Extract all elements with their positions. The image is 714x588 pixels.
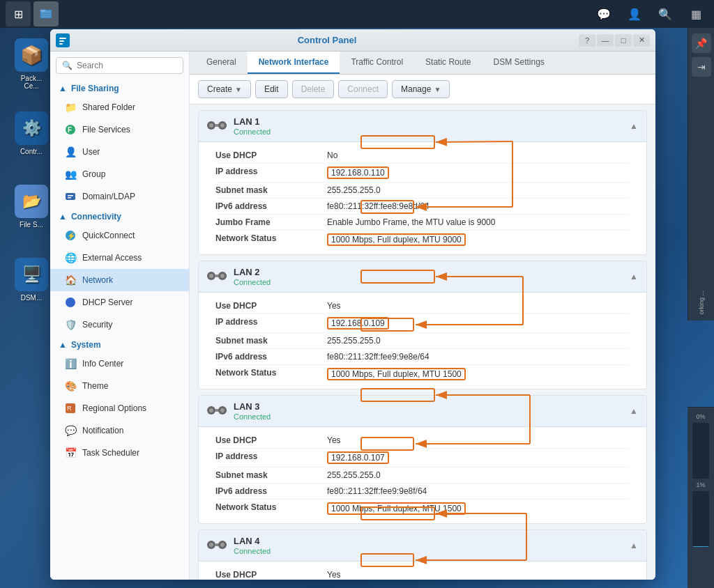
lan-field-value: 1000 Mbps, Full duplex, MTU 1500 bbox=[327, 502, 466, 515]
lan-header-lan3[interactable]: LAN 3 Connected ▲ bbox=[199, 396, 646, 427]
lan-header-lan1[interactable]: LAN 1 Connected ▲ bbox=[199, 111, 646, 142]
lan-status: Connected bbox=[234, 547, 271, 555]
pin-button[interactable]: 📌 bbox=[692, 33, 711, 53]
lan-section-lan4: LAN 4 Connected ▲ Use DHCP Yes IP addres… bbox=[198, 529, 647, 580]
lan-field-label: IP address bbox=[215, 451, 327, 464]
expand-button[interactable]: ⇥ bbox=[692, 57, 711, 77]
lan-chevron-icon[interactable]: ▲ bbox=[630, 121, 638, 131]
minimize-button[interactable]: — bbox=[597, 34, 614, 47]
network-icon: 🏠 bbox=[64, 274, 77, 286]
sidebar-item-network[interactable]: 🏠 Network bbox=[50, 269, 189, 291]
svg-rect-1 bbox=[40, 10, 45, 12]
svg-rect-2 bbox=[41, 13, 51, 14]
sidebar-item-theme[interactable]: 🎨 Theme bbox=[50, 375, 189, 397]
svg-rect-5 bbox=[59, 38, 66, 39]
lan-chevron-icon[interactable]: ▲ bbox=[630, 541, 638, 550]
lan-field-value: 1000 Mbps, Full duplex, MTU 1500 bbox=[327, 368, 466, 380]
tab-network-interface[interactable]: Network Interface bbox=[248, 52, 340, 74]
tab-static-route[interactable]: Static Route bbox=[414, 52, 482, 74]
sidebar-item-shared-folder[interactable]: 📁 Shared Folder bbox=[50, 96, 189, 118]
tab-traffic-control[interactable]: Traffic Control bbox=[340, 52, 414, 74]
sidebar-label: Shared Folder bbox=[82, 102, 135, 112]
sidebar-item-user[interactable]: 👤 User bbox=[50, 141, 189, 163]
lan-row: Network Status 1000 Mbps, Full duplex, M… bbox=[215, 365, 630, 383]
desktop-icon-package[interactable]: 📦 Pack...Ce... bbox=[7, 38, 56, 90]
create-arrow: ▼ bbox=[235, 86, 242, 93]
search-button[interactable]: 🔍 bbox=[653, 1, 678, 26]
sidebar-item-notification[interactable]: 💬 Notification bbox=[50, 419, 189, 442]
info-icon: ℹ️ bbox=[64, 357, 77, 370]
close-button[interactable]: ✕ bbox=[633, 34, 650, 47]
desktop-icon-control[interactable]: ⚙️ Contr... bbox=[7, 111, 56, 155]
lan-chevron-icon[interactable]: ▲ bbox=[630, 406, 638, 416]
user-button[interactable]: 👤 bbox=[622, 1, 647, 26]
help-button[interactable]: ? bbox=[579, 34, 595, 47]
svg-text:R: R bbox=[67, 405, 72, 412]
maximize-button[interactable]: □ bbox=[615, 34, 632, 47]
lan-sections-scroll[interactable]: LAN 1 Connected ▲ Use DHCP No IP address… bbox=[190, 105, 655, 580]
lan-name: LAN 1 bbox=[234, 116, 271, 127]
lan-field-value: 1000 Mbps, Full duplex, MTU 9000 bbox=[327, 233, 466, 246]
sidebar-item-info-center[interactable]: ℹ️ Info Center bbox=[50, 353, 189, 375]
connect-button[interactable]: Connect bbox=[338, 80, 388, 98]
title-bar: Control Panel ? — □ ✕ bbox=[50, 29, 655, 52]
sidebar-section-file-sharing[interactable]: ▲ File Sharing bbox=[50, 79, 189, 96]
sidebar-item-dhcp[interactable]: DHCP Server bbox=[50, 291, 189, 314]
edit-button[interactable]: Edit bbox=[255, 80, 288, 98]
sidebar-section-connectivity[interactable]: ▲ Connectivity bbox=[50, 208, 189, 224]
tab-dsm-settings[interactable]: DSM Settings bbox=[482, 52, 555, 74]
lan-chevron-icon[interactable]: ▲ bbox=[630, 272, 638, 281]
delete-button[interactable]: Delete bbox=[292, 80, 335, 98]
sidebar-item-security[interactable]: 🛡️ Security bbox=[50, 314, 189, 336]
lan-header-lan4[interactable]: LAN 4 Connected ▲ bbox=[199, 530, 646, 562]
sidebar-section-system[interactable]: ▲ System bbox=[50, 336, 189, 353]
desktop-icon-dsm[interactable]: 🖥️ DSM... bbox=[7, 258, 56, 302]
sidebar-item-file-services[interactable]: F File Services bbox=[50, 118, 189, 141]
sidebar: 🔍 ▲ File Sharing 📁 Shared Folder F File … bbox=[50, 52, 190, 580]
sidebar-label: Regional Options bbox=[82, 403, 146, 413]
sidebar-item-quickconnect[interactable]: ⚡ QuickConnect bbox=[50, 224, 189, 247]
lan-name: LAN 3 bbox=[234, 401, 271, 412]
tab-general[interactable]: General bbox=[195, 52, 248, 74]
chat-button[interactable]: 💬 bbox=[591, 1, 616, 26]
lan-field-value: 255.255.255.0 bbox=[327, 336, 381, 346]
sidebar-label: Info Center bbox=[82, 359, 123, 369]
dashboard-button[interactable]: ▦ bbox=[683, 1, 708, 26]
lan-field-label: Use DHCP bbox=[215, 301, 327, 311]
taskbar-app-grid[interactable]: ⊞ bbox=[6, 1, 31, 26]
svg-text:F: F bbox=[68, 126, 72, 134]
sidebar-label: Security bbox=[82, 320, 112, 330]
lan-row: Use DHCP No bbox=[215, 148, 630, 164]
domain-icon bbox=[64, 190, 77, 203]
lan-row: Use DHCP Yes bbox=[215, 567, 630, 580]
lan-field-value: No bbox=[327, 150, 337, 160]
sidebar-item-regional[interactable]: R Regional Options bbox=[50, 397, 189, 419]
manage-button[interactable]: Manage ▼ bbox=[392, 80, 450, 98]
svg-rect-12 bbox=[68, 197, 71, 199]
search-input[interactable] bbox=[77, 61, 181, 70]
theme-icon: 🎨 bbox=[64, 380, 77, 392]
lan-section-lan2: LAN 2 Connected ▲ Use DHCP Yes IP addres… bbox=[198, 261, 647, 389]
toolbar: Create ▼ Edit Delete Connect Manage ▼ bbox=[190, 75, 655, 105]
sidebar-item-domain[interactable]: Domain/LDAP bbox=[50, 185, 189, 208]
chevron-icon: ▲ bbox=[59, 340, 67, 350]
lan-header-lan2[interactable]: LAN 2 Connected ▲ bbox=[199, 261, 646, 293]
lan-field-label: Jumbo Frame bbox=[215, 217, 327, 227]
lan-field-label: IPv6 address bbox=[215, 352, 327, 362]
sidebar-item-group[interactable]: 👥 Group bbox=[50, 163, 189, 185]
lan-field-label: IPv6 address bbox=[215, 201, 327, 211]
sidebar-item-external-access[interactable]: 🌐 External Access bbox=[50, 247, 189, 269]
desktop-icon-file[interactable]: 📂 File S... bbox=[7, 185, 56, 229]
svg-rect-3 bbox=[41, 15, 51, 16]
stat-bar-0 bbox=[692, 423, 709, 479]
manage-arrow: ▼ bbox=[434, 86, 441, 93]
svg-point-34 bbox=[209, 543, 213, 547]
taskbar-file-manager[interactable] bbox=[33, 1, 59, 26]
lan-field-value: fe80::211:32ff:fee9:9e8e/64 bbox=[327, 352, 430, 362]
lan-field-label: IP address bbox=[215, 167, 327, 179]
search-box[interactable]: 🔍 bbox=[56, 57, 183, 74]
lan-row: Subnet mask 255.255.255.0 bbox=[215, 467, 630, 483]
sidebar-item-task-scheduler[interactable]: 📅 Task Scheduler bbox=[50, 442, 189, 464]
stat-bar-1 bbox=[692, 491, 709, 547]
create-button[interactable]: Create ▼ bbox=[198, 80, 251, 98]
